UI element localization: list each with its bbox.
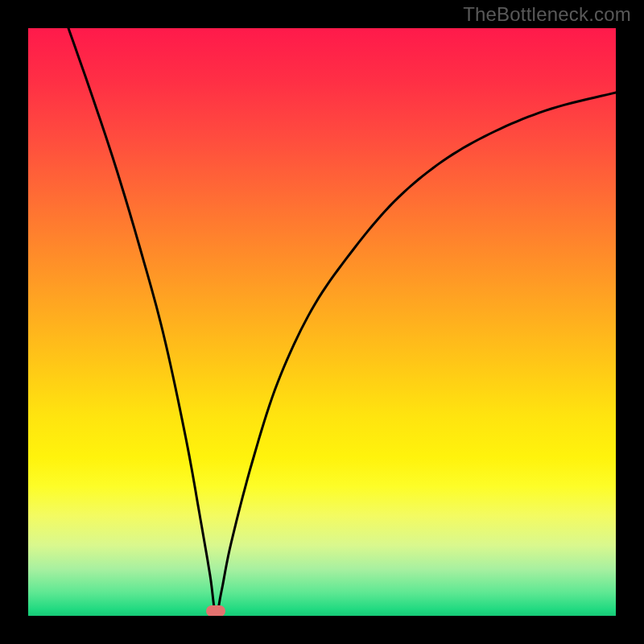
curve-path (68, 28, 616, 614)
gradient-plot-area (28, 28, 616, 616)
watermark-text: TheBottleneck.com (463, 3, 631, 26)
optimum-marker (206, 605, 225, 616)
bottleneck-curve (28, 28, 616, 616)
chart-frame: TheBottleneck.com (0, 0, 644, 644)
